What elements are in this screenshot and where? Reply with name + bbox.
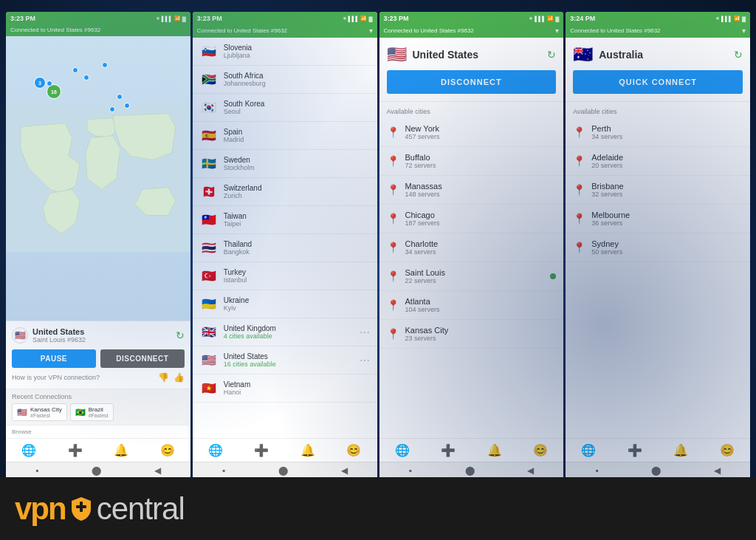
country-list-item-11[interactable]: 🇺🇸United States16 cities available⋯ [193, 346, 377, 375]
android-circle-2[interactable]: ⬤ [278, 465, 288, 476]
city-name-us-7: Kansas City [405, 326, 557, 335]
nav-bell-icon-2[interactable]: 🔔 [300, 443, 315, 457]
country-list-flag-8: 🇹🇷 [200, 269, 218, 283]
wifi-icon-2: 📶 [360, 16, 367, 21]
thumbs-up-icon[interactable]: 👍 [173, 372, 185, 383]
country-list-name-6: Taiwan [224, 212, 370, 220]
bottom-nav-1: 🌐 ➕ 🔔 😊 [6, 438, 190, 462]
country-header-row-au: 🇦🇺 Australia ↻ [573, 45, 743, 64]
android-back-3[interactable]: ◀ [527, 465, 534, 476]
au-city-item-4[interactable]: 📍Sydney50 servers [566, 233, 750, 262]
nav-bell-icon-1[interactable]: 🔔 [114, 443, 128, 457]
country-list-item-9[interactable]: 🇺🇦UkraineKyiv [193, 290, 377, 318]
nav-user-icon-2[interactable]: 😊 [346, 443, 361, 457]
available-cities-label-us: Available cities [379, 102, 564, 118]
android-square-2[interactable]: ▪ [222, 465, 225, 476]
signal-icon-2: ▌▌▌ [348, 16, 360, 21]
refresh-icon-us[interactable]: ↻ [547, 49, 556, 61]
nav-globe-icon-1[interactable]: 🌐 [21, 443, 36, 457]
nav-plus-icon-3[interactable]: ➕ [441, 443, 456, 457]
pause-button[interactable]: PAUSE [12, 349, 96, 368]
disconnect-button-us[interactable]: DISCONNECT [387, 70, 557, 94]
country-header-us: 🇺🇸 United States ↻ DISCONNECT [379, 38, 564, 102]
pin-icon-us-6: 📍 [387, 299, 399, 311]
au-city-item-1[interactable]: 📍Adelaide20 servers [566, 147, 750, 176]
country-list-item-0[interactable]: 🇸🇮SloveniaLjubljana [193, 38, 377, 66]
recent-item-0[interactable]: 🇺🇸 Kansas City #Fastest [12, 403, 67, 421]
country-list-flag-5: 🇨🇭 [200, 185, 218, 199]
dots-menu-11[interactable]: ⋯ [360, 355, 370, 366]
nav-user-icon-1[interactable]: 😊 [160, 443, 175, 457]
recent-info-0: Kansas City #Fastest [30, 406, 62, 418]
au-city-item-3[interactable]: 📍Melbourne36 servers [566, 205, 750, 233]
dots-menu-10[interactable]: ⋯ [360, 327, 370, 338]
nav-globe-icon-3[interactable]: 🌐 [395, 443, 410, 457]
country-list-item-5[interactable]: 🇨🇭SwitzerlandZurich [193, 178, 377, 206]
nav-plus-icon-2[interactable]: ➕ [254, 443, 269, 457]
au-city-item-2[interactable]: 📍Brisbane32 servers [566, 176, 750, 205]
refresh-icon-au[interactable]: ↻ [734, 49, 743, 61]
country-list-item-10[interactable]: 🇬🇧United Kingdom4 cities available⋯ [193, 318, 377, 346]
connection-bar-4: Connected to United States #9632 ▾ [566, 25, 750, 38]
android-square-4[interactable]: ▪ [595, 465, 598, 476]
us-city-item-0[interactable]: 📍New York457 servers [379, 118, 564, 147]
connection-bar-3: Connected to United States #9632 ▾ [379, 25, 564, 38]
recent-item-1[interactable]: 🇧🇷 Brazil #Fastest [70, 403, 114, 421]
map-dot-eu1[interactable] [72, 67, 78, 73]
thumbs-down-icon[interactable]: 👎 [158, 372, 169, 383]
country-list-name-7: Thailand [224, 240, 370, 248]
android-square-1[interactable]: ▪ [35, 465, 38, 476]
city-name-us-1: Buffalo [405, 153, 557, 162]
map-dot-as3[interactable] [124, 103, 130, 109]
nav-plus-icon-4[interactable]: ➕ [628, 443, 642, 457]
country-list-item-12[interactable]: 🇻🇳VietnamHanoi [193, 375, 377, 403]
nav-globe-icon-2[interactable]: 🌐 [208, 443, 223, 457]
android-back-1[interactable]: ◀ [154, 465, 161, 476]
us-city-item-7[interactable]: 📍Kansas City23 servers [379, 320, 564, 349]
us-city-item-5[interactable]: 📍Saint Louis22 servers [379, 262, 564, 291]
map-dot-us[interactable]: 3 [34, 77, 46, 89]
au-city-item-0[interactable]: 📍Perth34 servers [566, 118, 750, 147]
city-servers-us-7: 23 servers [405, 335, 557, 342]
country-list-item-1[interactable]: 🇿🇦South AfricaJohannesburg [193, 66, 377, 94]
country-list-item-4[interactable]: 🇸🇪SwedenStockholm [193, 150, 377, 178]
map-dot-as1[interactable] [102, 62, 108, 68]
us-city-item-3[interactable]: 📍Chicago187 servers [379, 205, 564, 233]
android-back-2[interactable]: ◀ [341, 465, 348, 476]
android-square-3[interactable]: ▪ [408, 465, 411, 476]
android-circle-3[interactable]: ⬤ [465, 465, 475, 476]
quick-connect-button[interactable]: QUICK CONNECT [573, 70, 743, 94]
nav-user-icon-3[interactable]: 😊 [533, 443, 548, 457]
recent-flag-1: 🇧🇷 [75, 408, 86, 417]
pin-icon-au-4: 📍 [573, 242, 585, 253]
nav-plus-icon-1[interactable]: ➕ [68, 443, 83, 457]
country-list-item-8[interactable]: 🇹🇷TurkeyIstanbul [193, 262, 377, 290]
android-circle-4[interactable]: ⬤ [651, 465, 661, 476]
map-dot-active[interactable]: 16 [47, 84, 61, 99]
available-cities-label-au: Available cities [566, 102, 750, 118]
country-list-item-3[interactable]: 🇪🇸SpainMadrid [193, 122, 377, 150]
android-back-4[interactable]: ◀ [714, 465, 721, 476]
map-dot-ca[interactable] [47, 81, 52, 86]
panel-4: 3:24 PM ∗ ▌▌▌ 📶 ▓ Connected to United St… [566, 12, 750, 479]
map-dot-as2[interactable] [117, 94, 123, 100]
map-dot-af1[interactable] [83, 75, 89, 81]
disconnect-button-1[interactable]: DISCONNECT [100, 349, 185, 368]
us-city-item-2[interactable]: 📍Manassas148 servers [379, 176, 564, 205]
nav-user-icon-4[interactable]: 😊 [720, 443, 735, 457]
country-list-item-2[interactable]: 🇰🇷South KoreaSeoul [193, 94, 377, 122]
country-list-item-7[interactable]: 🇹🇭ThailandBangkok [193, 234, 377, 262]
us-city-item-4[interactable]: 📍Charlotte34 servers [379, 233, 564, 262]
country-list-item-6[interactable]: 🇹🇼TaiwanTaipei [193, 206, 377, 234]
nav-bell-icon-3[interactable]: 🔔 [487, 443, 502, 457]
android-circle-1[interactable]: ⬤ [92, 465, 101, 476]
android-nav-2: ▪ ⬤ ◀ [193, 462, 377, 479]
us-city-item-1[interactable]: 📍Buffalo72 servers [379, 147, 564, 176]
map-dot-sa[interactable] [109, 106, 115, 112]
battery-icon-2: ▓ [368, 16, 372, 21]
nav-globe-icon-4[interactable]: 🌐 [581, 443, 596, 457]
us-city-item-6[interactable]: 📍Atlanta104 servers [379, 291, 564, 320]
status-icons-2: ∗ ▌▌▌ 📶 ▓ [343, 16, 373, 21]
refresh-icon-1[interactable]: ↻ [176, 329, 185, 341]
nav-bell-icon-4[interactable]: 🔔 [673, 443, 688, 457]
